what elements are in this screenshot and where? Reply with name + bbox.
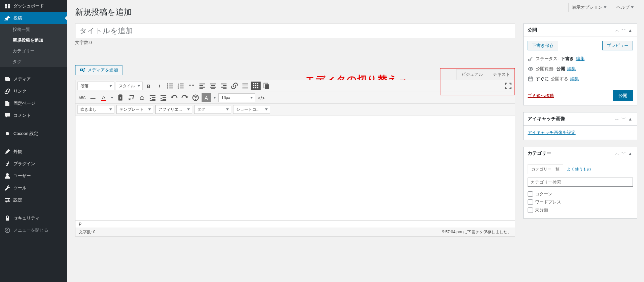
editor-tab-text[interactable]: テキスト xyxy=(488,69,515,80)
svg-rect-25 xyxy=(210,84,216,84)
balloon-select[interactable]: 吹き出し xyxy=(77,105,114,114)
outdent-button[interactable] xyxy=(148,93,157,102)
edit-visibility-link[interactable]: 編集 xyxy=(567,66,576,72)
chevron-down-icon[interactable]: ﹀ xyxy=(621,28,626,33)
menu-security[interactable]: セキュリティ xyxy=(0,212,67,224)
paste-text-button[interactable]: T xyxy=(116,93,125,102)
chevron-up-icon[interactable]: ︿ xyxy=(614,116,620,122)
link-button[interactable] xyxy=(230,82,239,90)
clear-formatting-button[interactable] xyxy=(126,93,136,102)
chevron-up-icon[interactable]: ︿ xyxy=(614,28,620,33)
shortcode-select[interactable]: ショートコ... xyxy=(233,105,270,114)
toolbar-toggle-button[interactable] xyxy=(251,82,261,90)
submenu-tags[interactable]: タグ xyxy=(0,56,67,67)
submenu-add-new[interactable]: 新規投稿を追加 xyxy=(0,35,67,46)
move-to-trash-link[interactable]: ゴミ箱へ移動 xyxy=(528,93,554,99)
menu-label: 固定ページ xyxy=(13,100,35,106)
style-select[interactable]: スタイル xyxy=(116,82,143,90)
hr-button[interactable]: — xyxy=(88,93,98,102)
caret-up-icon[interactable]: ▲ xyxy=(628,116,633,122)
bullet-list-button[interactable] xyxy=(165,82,175,90)
category-tab-all[interactable]: カテゴリー一覧 xyxy=(528,164,563,174)
strikethrough-button[interactable]: ABC xyxy=(77,93,87,102)
align-center-button[interactable] xyxy=(208,82,218,90)
set-featured-image-link[interactable]: アイキャッチ画像を設定 xyxy=(528,130,576,135)
blockquote-button[interactable]: ““ xyxy=(187,82,196,90)
svg-rect-21 xyxy=(200,84,205,84)
svg-rect-31 xyxy=(221,87,227,87)
template-select[interactable]: テンプレート xyxy=(116,105,153,114)
editor-content-area[interactable] xyxy=(75,115,515,220)
chevron-up-icon[interactable]: ︿ xyxy=(614,151,620,156)
undo-button[interactable] xyxy=(169,93,179,102)
italic-button[interactable]: I xyxy=(155,82,164,90)
affiliate-select[interactable]: アフィリエ... xyxy=(155,105,192,114)
svg-rect-42 xyxy=(253,87,255,89)
redo-button[interactable] xyxy=(180,93,190,102)
preview-button[interactable]: プレビュー xyxy=(602,41,633,50)
align-right-button[interactable] xyxy=(219,82,228,90)
category-tab-popular[interactable]: よく使うもの xyxy=(563,164,595,174)
chevron-down-icon[interactable] xyxy=(110,93,114,102)
more-button[interactable] xyxy=(240,82,250,90)
edit-schedule-link[interactable]: 編集 xyxy=(570,76,579,82)
menu-label: ツール xyxy=(13,185,26,191)
help-button[interactable]: ヘルプ xyxy=(613,3,637,12)
save-draft-button[interactable]: 下書き保存 xyxy=(528,41,558,50)
submenu-all-posts[interactable]: 投稿一覧 xyxy=(0,24,67,35)
chevron-down-icon[interactable] xyxy=(212,93,217,102)
caret-up-icon[interactable]: ▲ xyxy=(628,151,633,156)
category-item[interactable]: ワードプレス xyxy=(528,198,633,206)
sliders-icon xyxy=(4,197,11,203)
menu-plugins[interactable]: プラグイン xyxy=(0,158,67,170)
chevron-down-icon[interactable]: ﹀ xyxy=(621,116,626,122)
indent-button[interactable] xyxy=(159,93,168,102)
bg-color-button[interactable]: A xyxy=(202,93,211,102)
chevron-down-icon[interactable]: ﹀ xyxy=(621,151,626,156)
menu-settings[interactable]: 設定 xyxy=(0,194,67,206)
category-list: コクーン ワードプレス 未分類 xyxy=(528,190,633,214)
menu-pages[interactable]: 固定ページ xyxy=(0,97,67,109)
edit-status-link[interactable]: 編集 xyxy=(576,56,585,62)
menu-users[interactable]: ユーザー xyxy=(0,170,67,182)
menu-comments[interactable]: コメント xyxy=(0,109,67,122)
special-char-button[interactable]: Ω xyxy=(137,93,147,102)
svg-rect-32 xyxy=(223,88,227,89)
svg-point-0 xyxy=(6,132,9,135)
category-search-input[interactable] xyxy=(528,178,633,187)
help-button[interactable] xyxy=(191,93,200,102)
menu-appearance[interactable]: 外観 xyxy=(0,146,67,158)
tag-select[interactable]: タグ xyxy=(194,105,231,114)
menu-links[interactable]: リンク xyxy=(0,85,67,97)
category-item[interactable]: 未分類 xyxy=(528,206,633,214)
numbered-list-button[interactable]: 123 xyxy=(176,82,185,90)
toolbar-row-1: 段落 スタイル B I 123 ““ xyxy=(75,80,515,92)
copy-button[interactable] xyxy=(262,82,271,90)
code-button[interactable]: </> xyxy=(257,93,266,102)
menu-posts[interactable]: 投稿 xyxy=(0,12,67,24)
category-checkbox[interactable] xyxy=(528,191,533,197)
format-select[interactable]: 段落 xyxy=(77,82,114,90)
text-color-button[interactable]: A xyxy=(99,93,108,102)
svg-rect-41 xyxy=(257,85,259,87)
fullscreen-button[interactable] xyxy=(503,82,513,90)
fontsize-select[interactable]: 16px xyxy=(218,93,255,102)
submenu-categories[interactable]: カテゴリー xyxy=(0,46,67,56)
menu-cocoon[interactable]: Cocoon 設定 xyxy=(0,128,67,140)
menu-collapse[interactable]: メニューを閉じる xyxy=(0,224,67,236)
editor-tab-visual[interactable]: ビジュアル xyxy=(456,69,488,80)
align-left-button[interactable] xyxy=(198,82,207,90)
publish-button[interactable]: 公開 xyxy=(613,90,633,101)
screen-options-button[interactable]: 表示オプション xyxy=(568,3,610,12)
menu-media[interactable]: メディア xyxy=(0,73,67,85)
menu-label: リンク xyxy=(13,88,26,94)
menu-tools[interactable]: ツール xyxy=(0,182,67,194)
bold-button[interactable]: B xyxy=(144,82,153,90)
menu-dashboard[interactable]: ダッシュボード xyxy=(0,0,67,12)
post-title-input[interactable] xyxy=(75,23,515,38)
category-checkbox[interactable] xyxy=(528,207,533,213)
category-checkbox[interactable] xyxy=(528,199,533,205)
category-item[interactable]: コクーン xyxy=(528,190,633,198)
caret-up-icon[interactable]: ▲ xyxy=(628,28,633,33)
add-media-button[interactable]: メディアを追加 xyxy=(75,65,122,75)
